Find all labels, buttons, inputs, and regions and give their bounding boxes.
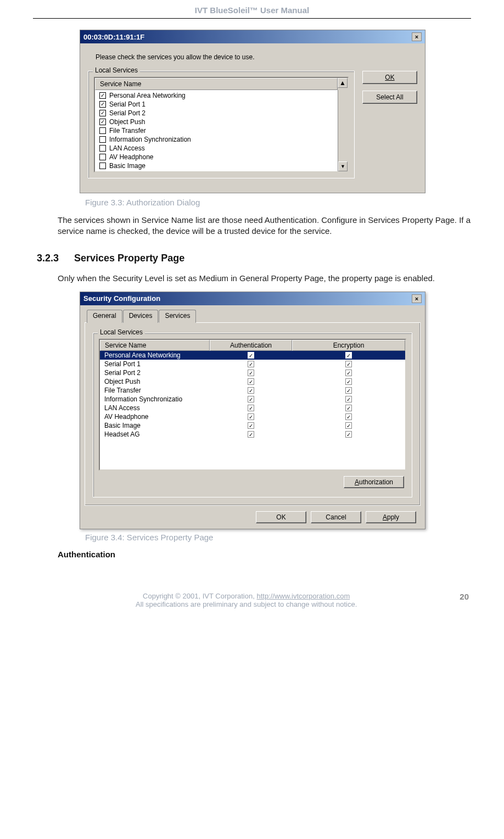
checkbox-icon[interactable]	[99, 145, 106, 152]
checkbox-icon[interactable]: ✓	[345, 396, 352, 402]
cell-enc: ✓	[292, 351, 405, 360]
cell-enc: ✓	[292, 377, 405, 386]
table-row[interactable]: Basic Image✓✓	[100, 421, 405, 430]
checkbox-icon[interactable]: ✓	[345, 431, 352, 438]
table-row[interactable]: Headset AG✓✓	[100, 430, 405, 439]
dialog-prompt: Please check the services you allow the …	[96, 53, 417, 61]
table-header: Service Name Authentication Encryption	[100, 340, 405, 351]
services-table[interactable]: Service Name Authentication Encryption P…	[99, 339, 406, 471]
checkbox-icon[interactable]: ✓	[248, 378, 254, 385]
list-item[interactable]: Basic Image	[95, 161, 338, 170]
close-icon[interactable]: ×	[412, 32, 422, 41]
col-authentication[interactable]: Authentication	[210, 340, 292, 351]
table-row[interactable]: AV Headphone✓✓	[100, 412, 405, 421]
tab-services[interactable]: Services	[159, 310, 196, 323]
checkbox-icon[interactable]: ✓	[99, 101, 106, 108]
table-row[interactable]: Personal Area Networking✓✓	[100, 351, 405, 360]
fieldset-legend: Local Services	[93, 66, 140, 74]
list-item[interactable]: ✓Serial Port 1	[95, 100, 338, 109]
checkbox-icon[interactable]: ✓	[248, 405, 254, 411]
checkbox-icon[interactable]: ✓	[248, 361, 254, 367]
subheading: Authentication	[58, 550, 471, 559]
authorization-button[interactable]: Authorization	[344, 476, 404, 488]
table-row[interactable]: Serial Port 1✓✓	[100, 360, 405, 368]
checkbox-icon[interactable]: ✓	[248, 370, 254, 376]
list-item[interactable]: File Transfer	[95, 126, 338, 135]
local-services-fieldset: Local Services Service Name Authenticati…	[93, 333, 412, 497]
ok-button[interactable]: OK	[362, 71, 417, 84]
close-icon[interactable]: ×	[412, 294, 422, 303]
checkbox-icon[interactable]	[99, 136, 106, 143]
apply-button[interactable]: Apply	[366, 511, 416, 523]
page-number: 20	[460, 592, 471, 601]
cell-enc: ✓	[292, 386, 405, 395]
list-item[interactable]: Information Synchronization	[95, 135, 338, 144]
checkbox-icon[interactable]: ✓	[99, 110, 106, 116]
checkbox-icon[interactable]: ✓	[345, 370, 352, 376]
service-label: Serial Port 1	[109, 100, 145, 108]
cell-name: Serial Port 1	[100, 360, 210, 368]
cell-auth: ✓	[210, 404, 292, 412]
service-label: AV Headphone	[109, 153, 154, 161]
checkbox-icon[interactable]: ✓	[248, 413, 254, 420]
checkbox-icon[interactable]: ✓	[248, 396, 254, 402]
dialog-title: 00:03:0D:11:91:1F	[83, 33, 144, 41]
checkbox-icon[interactable]: ✓	[248, 431, 254, 438]
checkbox-icon[interactable]: ✓	[248, 387, 254, 394]
checkbox-icon[interactable]: ✓	[345, 361, 352, 367]
cell-auth: ✓	[210, 430, 292, 439]
authorization-dialog: 00:03:0D:11:91:1F × Please check the ser…	[80, 30, 425, 193]
company-link[interactable]: http://www.ivtcorporation.com	[256, 592, 350, 600]
checkbox-icon[interactable]	[99, 163, 106, 169]
copyright-text: Copyright © 2001, IVT Corporation,	[143, 592, 256, 600]
cell-auth: ✓	[210, 368, 292, 377]
checkbox-icon[interactable]	[99, 127, 106, 134]
disclaimer-text: All specifications are preliminary and s…	[136, 600, 357, 608]
service-label: Object Push	[109, 118, 145, 126]
tab-pane: Local Services Service Name Authenticati…	[85, 322, 421, 506]
col-service-name[interactable]: Service Name	[100, 340, 210, 351]
dialog-button-row: OK Cancel Apply	[85, 506, 421, 529]
select-all-button[interactable]: Select All	[362, 91, 417, 104]
col-service-name[interactable]: Service Name	[95, 78, 338, 90]
table-row[interactable]: LAN Access✓✓	[100, 404, 405, 412]
scroll-up-icon[interactable]: ▲	[338, 78, 348, 88]
table-row[interactable]: Information Synchronizatio✓✓	[100, 395, 405, 404]
table-row[interactable]: Serial Port 2✓✓	[100, 368, 405, 377]
list-header: Service Name ▲	[95, 78, 348, 90]
checkbox-icon[interactable]: ✓	[345, 413, 352, 420]
ok-button[interactable]: OK	[256, 511, 306, 523]
tab-devices[interactable]: Devices	[123, 310, 159, 323]
checkbox-icon[interactable]: ✓	[345, 422, 352, 429]
checkbox-icon[interactable]: ✓	[99, 92, 106, 99]
list-item[interactable]: ✓Personal Area Networking	[95, 91, 338, 100]
checkbox-icon[interactable]: ✓	[345, 387, 352, 394]
checkbox-icon[interactable]: ✓	[248, 422, 254, 429]
table-row[interactable]: Object Push✓✓	[100, 377, 405, 386]
checkbox-icon[interactable]	[99, 154, 106, 160]
list-item[interactable]: LAN Access	[95, 144, 338, 153]
tab-general[interactable]: General	[87, 310, 122, 323]
service-label: Information Synchronization	[109, 136, 191, 143]
scrollbar[interactable]: ▼	[338, 90, 348, 171]
list-item[interactable]: ✓Object Push	[95, 118, 338, 126]
list-item[interactable]: AV Headphone	[95, 153, 338, 161]
cancel-button[interactable]: Cancel	[311, 511, 361, 523]
checkbox-icon[interactable]: ✓	[345, 378, 352, 385]
fieldset-legend: Local Services	[98, 328, 145, 336]
section-number: 3.2.3	[37, 253, 59, 264]
dialog-title: Security Configuration	[83, 294, 160, 303]
dialog-titlebar: Security Configuration ×	[80, 292, 425, 305]
service-label: LAN Access	[109, 144, 145, 152]
checkbox-icon[interactable]: ✓	[345, 405, 352, 411]
services-listbox[interactable]: Service Name ▲ ✓Personal Area Networking…	[94, 77, 349, 172]
checkbox-icon[interactable]: ✓	[345, 352, 352, 359]
table-row[interactable]: File Transfer✓✓	[100, 386, 405, 395]
cell-enc: ✓	[292, 421, 405, 430]
col-encryption[interactable]: Encryption	[292, 340, 405, 351]
cell-name: LAN Access	[100, 404, 210, 412]
checkbox-icon[interactable]: ✓	[248, 352, 254, 359]
checkbox-icon[interactable]: ✓	[99, 119, 106, 125]
scroll-down-icon[interactable]: ▼	[338, 161, 348, 171]
list-item[interactable]: ✓Serial Port 2	[95, 109, 338, 118]
